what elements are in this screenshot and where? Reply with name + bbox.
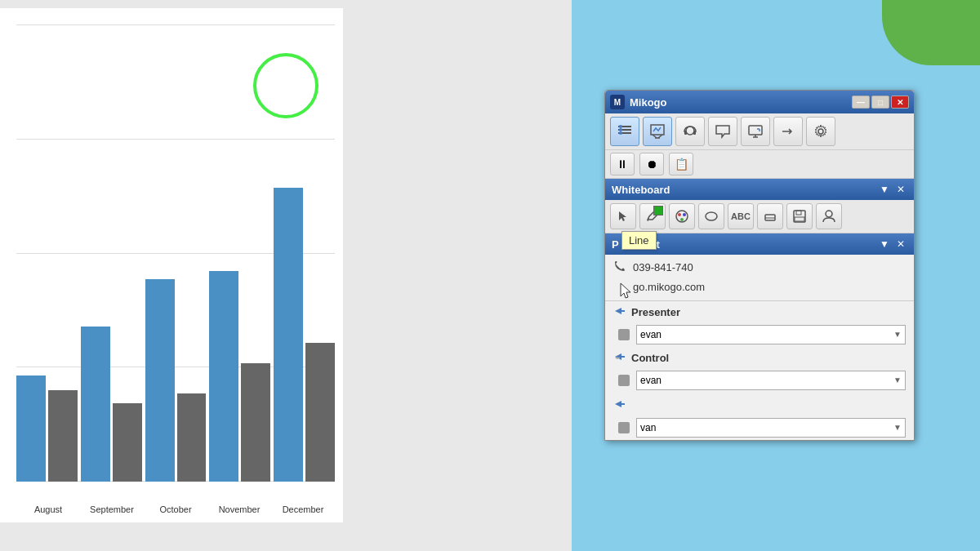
phone-number: 039-841-740 bbox=[633, 260, 693, 276]
svg-point-5 bbox=[619, 131, 622, 135]
control-section: Control bbox=[605, 347, 914, 368]
svg-rect-27 bbox=[794, 211, 805, 222]
wb-pencil-tool[interactable] bbox=[639, 203, 666, 229]
toolbar-row-2: ⏸ ⏺ 📋 bbox=[605, 150, 914, 179]
presenter-dropdown[interactable]: evan ▼ bbox=[636, 325, 906, 344]
participant-close-button[interactable]: ✕ bbox=[894, 238, 907, 251]
control-arrow-icon bbox=[613, 350, 626, 363]
participant-panel: P ant List ▼ ✕ 0 bbox=[605, 233, 914, 440]
maximize-button[interactable]: □ bbox=[871, 96, 889, 109]
third-arrow-icon bbox=[613, 398, 626, 411]
window-title: Mikogo bbox=[630, 96, 667, 109]
bar-blue-october bbox=[145, 279, 175, 482]
bar-group-october bbox=[145, 279, 207, 482]
wb-text-tool[interactable]: ABC bbox=[728, 203, 754, 229]
x-label-october: October bbox=[144, 504, 207, 514]
bar-blue-september bbox=[81, 327, 110, 482]
bar-gray-december bbox=[305, 343, 335, 482]
shape-tool-icon bbox=[704, 209, 719, 224]
p-partial: P bbox=[612, 238, 619, 251]
settings-icon bbox=[813, 123, 829, 140]
copy-button[interactable]: 📋 bbox=[669, 153, 693, 176]
presenter-dropdown-arrow: ▼ bbox=[893, 330, 902, 339]
wb-shape-tool[interactable] bbox=[698, 203, 724, 229]
bar-group-august bbox=[16, 375, 78, 482]
user-icon bbox=[822, 209, 836, 224]
svg-point-10 bbox=[686, 127, 694, 135]
toolbar-screenshare-button[interactable] bbox=[741, 117, 770, 146]
third-dropdown[interactable]: van ▼ bbox=[636, 418, 906, 438]
record-button[interactable]: ⏺ bbox=[639, 153, 664, 176]
bar-gray-october bbox=[177, 393, 207, 482]
svg-point-23 bbox=[680, 218, 684, 221]
window-title-left: M Mikogo bbox=[610, 95, 667, 109]
chat-icon bbox=[715, 123, 731, 140]
line-tooltip: Line bbox=[621, 231, 657, 250]
phone-icon-svg bbox=[613, 260, 626, 273]
mikogo-window: M Mikogo — □ ✕ bbox=[604, 90, 915, 441]
toolbar-settings-button[interactable] bbox=[806, 117, 835, 146]
close-button[interactable]: ✕ bbox=[891, 96, 909, 109]
palette-icon bbox=[675, 209, 689, 224]
presenter-value: evan bbox=[640, 329, 662, 340]
transfer-icon bbox=[780, 123, 796, 140]
toolbar-participants-button[interactable] bbox=[610, 117, 639, 146]
toolbar-transfer-button[interactable] bbox=[773, 117, 803, 146]
wb-save-tool[interactable] bbox=[786, 203, 813, 229]
bar-blue-august bbox=[16, 375, 46, 482]
minimize-button[interactable]: — bbox=[852, 96, 870, 109]
screenshare-icon bbox=[747, 123, 764, 140]
third-square-icon bbox=[618, 422, 630, 433]
third-dropdown-arrow: ▼ bbox=[893, 423, 902, 432]
bar-group-november bbox=[209, 271, 270, 482]
x-label-september: September bbox=[80, 504, 144, 514]
third-value: van bbox=[640, 422, 656, 433]
bars-area bbox=[16, 24, 335, 482]
toolbar-row-1 bbox=[605, 113, 914, 150]
svg-point-21 bbox=[678, 213, 681, 216]
bar-blue-november bbox=[209, 271, 238, 482]
third-dropdown-row: van ▼ bbox=[605, 415, 914, 440]
headset-icon bbox=[682, 123, 698, 140]
whiteboard-toolbar: ABC bbox=[605, 200, 914, 233]
whiteboard-close-button[interactable]: ✕ bbox=[894, 183, 907, 196]
wb-cursor-tool[interactable] bbox=[610, 203, 636, 229]
bar-blue-december bbox=[274, 188, 303, 482]
bar-group-september bbox=[81, 327, 142, 482]
presenter-square-icon bbox=[618, 329, 630, 340]
whiteboard-panel: Whiteboard ▼ ✕ bbox=[605, 179, 914, 233]
presenter-section: Presenter bbox=[605, 301, 914, 322]
wb-eraser-tool[interactable] bbox=[757, 203, 783, 229]
participant-collapse-button[interactable]: ▼ bbox=[878, 238, 891, 251]
color-indicator bbox=[653, 206, 663, 216]
save-icon bbox=[792, 209, 807, 224]
whiteboard-collapse-button[interactable]: ▼ bbox=[878, 183, 891, 196]
whiteboard-icon bbox=[649, 123, 666, 140]
right-panel: M Mikogo — □ ✕ bbox=[572, 0, 980, 551]
x-axis-labels: August September October November Decemb… bbox=[16, 504, 335, 514]
window-controls: — □ ✕ bbox=[852, 96, 909, 109]
svg-point-3 bbox=[619, 125, 622, 128]
control-square-icon bbox=[618, 375, 630, 386]
third-icon bbox=[613, 398, 626, 414]
pause-button[interactable]: ⏸ bbox=[610, 153, 635, 176]
control-dropdown-row: evan ▼ bbox=[605, 368, 914, 393]
info-section: 039-841-740 go.mikogo.com bbox=[605, 255, 914, 301]
third-section bbox=[605, 394, 914, 415]
toolbar-whiteboard-button[interactable] bbox=[643, 117, 672, 146]
svg-rect-29 bbox=[795, 217, 804, 221]
x-label-december: December bbox=[271, 504, 335, 514]
window-titlebar: M Mikogo — □ ✕ bbox=[605, 91, 914, 113]
chart-panel: August September October November Decemb… bbox=[0, 0, 572, 551]
bar-group-december bbox=[274, 188, 335, 482]
whiteboard-panel-controls: ▼ ✕ bbox=[878, 183, 907, 196]
bar-gray-august bbox=[48, 390, 78, 482]
wb-user-tool[interactable] bbox=[816, 203, 842, 229]
participant-panel-controls: ▼ ✕ bbox=[878, 238, 907, 251]
bar-gray-september bbox=[113, 403, 142, 482]
toolbar-audio-button[interactable] bbox=[675, 117, 705, 146]
presenter-label: Presenter bbox=[631, 306, 680, 318]
control-dropdown[interactable]: evan ▼ bbox=[636, 371, 906, 390]
toolbar-chat-button[interactable] bbox=[708, 117, 737, 146]
wb-palette-tool[interactable] bbox=[669, 203, 695, 229]
